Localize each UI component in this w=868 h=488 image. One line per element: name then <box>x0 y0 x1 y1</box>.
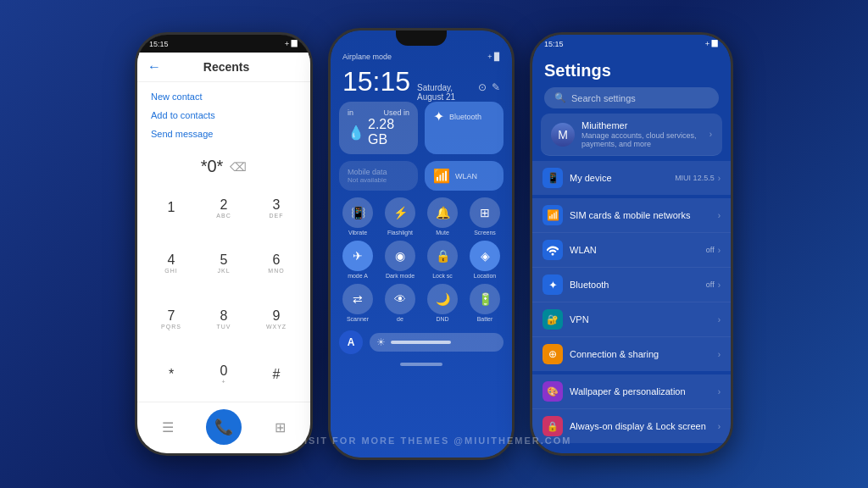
settings-group-network: 📶 SIM cards & mobile networks › WLAN off <box>532 198 731 371</box>
settings-header: Settings 🔍 Search settings <box>532 53 731 114</box>
avatar-letter: A <box>348 336 355 348</box>
my-device-name: My device <box>570 173 668 183</box>
vibrate-button[interactable]: 📳 Vibrate <box>339 197 376 236</box>
center-status-icons: + ▉ <box>487 53 500 61</box>
new-contact-button[interactable]: New contact <box>151 87 297 106</box>
data-usage-tile[interactable]: in Used in 💧 2.28 GB <box>339 102 418 154</box>
menu-icon[interactable]: ☰ <box>162 419 174 435</box>
settings-list: M Miuithemer Manage accounts, cloud serv… <box>532 114 731 453</box>
dialer-key-7[interactable]: 7 PQRS <box>146 292 197 347</box>
connection-sharing-name: Connection & sharing <box>570 349 711 359</box>
settings-group-1: 📱 My device MIUI 12.5.5 › <box>532 161 731 195</box>
search-icon: 🔍 <box>554 92 566 103</box>
dark-mode-button[interactable]: ◉ Dark mode <box>381 241 419 279</box>
wlan-value: off <box>706 246 715 254</box>
dialer-key-2[interactable]: 2 ABC <box>198 181 249 236</box>
cc-quick-buttons-row3: ⇄ Scanner 👁 de 🌙 DND 🔋 Batter <box>331 284 512 327</box>
settings-item-wallpaper[interactable]: 🎨 Wallpaper & personalization › <box>532 374 731 409</box>
dnd-button[interactable]: 🌙 DND <box>424 284 461 322</box>
call-button[interactable]: 📞 <box>206 409 242 445</box>
send-message-button[interactable]: Send message <box>151 125 297 143</box>
chevron-icon: › <box>718 211 721 220</box>
dialer-grid: 1 2 ABC 3 DEF 4 GHI 5 JKL <box>137 181 310 402</box>
flashlight-button[interactable]: ⚡ Flashlight <box>381 197 419 236</box>
settings-item-bluetooth[interactable]: ✦ Bluetooth off › <box>532 268 731 302</box>
dialer-key-0[interactable]: 0 + <box>198 348 249 402</box>
lock-icon: 🔒 <box>436 249 450 263</box>
my-device-value: MIUI 12.5.5 <box>675 174 715 182</box>
dnd-icon: 🌙 <box>436 292 450 306</box>
dialer-key-1[interactable]: 1 <box>146 181 197 236</box>
wlan-settings-icon <box>542 240 563 260</box>
reader-button[interactable]: 👁 de <box>381 284 419 322</box>
settings-item-wlan[interactable]: WLAN off › <box>532 233 731 268</box>
data-usage-label: in Used in <box>348 108 409 117</box>
add-to-contacts-button[interactable]: Add to contacts <box>151 106 297 125</box>
wlan-label: WLAN <box>455 172 477 180</box>
settings-title: Settings <box>544 61 719 80</box>
dialer-bottom-bar: ☰ 📞 ⊞ <box>137 402 310 453</box>
dialer-key-6[interactable]: 6 MNO <box>251 237 302 291</box>
mobile-data-tile[interactable]: Mobile data Not available <box>339 161 418 191</box>
battery-icon: 🔋 <box>478 292 492 306</box>
left-status-bar: 15:15 ＋▉ <box>137 35 310 53</box>
home-indicator <box>400 363 442 366</box>
dialer-key-4[interactable]: 4 GHI <box>146 237 197 291</box>
scanner-icon: ⇄ <box>353 292 363 306</box>
chevron-icon: › <box>718 350 721 359</box>
settings-item-my-device[interactable]: 📱 My device MIUI 12.5.5 › <box>532 161 731 195</box>
wlan-tile[interactable]: 📶 WLAN <box>425 161 504 191</box>
scanner-button[interactable]: ⇄ Scanner <box>339 284 376 322</box>
chevron-icon: › <box>718 246 721 255</box>
settings-item-vpn[interactable]: 🔐 VPN › <box>532 302 731 337</box>
dialer-key-star[interactable]: * <box>146 348 197 402</box>
account-name: Miuithemer <box>581 120 703 130</box>
mute-button[interactable]: 🔔 Mute <box>424 197 461 236</box>
dialer-key-hash[interactable]: # <box>251 348 302 402</box>
bluetooth-tile[interactable]: ✦ Bluetooth <box>425 102 504 154</box>
sim-name: SIM cards & mobile networks <box>570 210 711 220</box>
edit-icon[interactable]: ✎ <box>492 81 500 93</box>
right-status-bar: 15:15 ＋▉ <box>532 35 731 53</box>
user-avatar[interactable]: A <box>339 330 363 354</box>
location-button[interactable]: ◈ Location <box>466 241 504 279</box>
center-date: Saturday, August 21 <box>417 83 478 102</box>
reader-icon: 👁 <box>394 292 406 306</box>
recents-title: Recents <box>170 60 283 74</box>
bluetooth-value: off <box>706 280 715 289</box>
chevron-icon: › <box>718 422 721 431</box>
back-arrow-icon[interactable]: ← <box>147 59 161 75</box>
center-status-bar: Airplane mode + ▉ <box>331 49 512 64</box>
dialer-key-5[interactable]: 5 JKL <box>198 237 249 291</box>
water-drop-icon: 💧 <box>348 125 364 141</box>
vpn-icon: 🔐 <box>542 309 563 330</box>
left-status-icons: ＋▉ <box>283 38 298 49</box>
clock-icon[interactable]: ⊙ <box>478 81 487 93</box>
dialer-key-8[interactable]: 8 TUV <box>198 292 249 347</box>
brightness-slider[interactable]: ☀ <box>370 333 504 352</box>
cc-quick-buttons-row2: ✈ mode A ◉ Dark mode 🔒 Lock sc ◈ Locatio… <box>331 241 512 284</box>
screens-button[interactable]: ⊞ Screens <box>466 197 504 236</box>
dialer-key-3[interactable]: 3 DEF <box>251 181 302 236</box>
settings-search-bar[interactable]: 🔍 Search settings <box>544 87 719 108</box>
left-phone: 15:15 ＋▉ ← Recents New contact Add to co… <box>135 32 313 456</box>
settings-item-connection-sharing[interactable]: ⊕ Connection & sharing › <box>532 337 731 371</box>
battery-button[interactable]: 🔋 Batter <box>466 284 504 322</box>
settings-item-sim[interactable]: 📶 SIM cards & mobile networks › <box>532 198 731 233</box>
chevron-icon: › <box>718 280 721 290</box>
dialpad-icon[interactable]: ⊞ <box>275 419 286 435</box>
sim-icon: 📶 <box>542 205 563 225</box>
airplane-button[interactable]: ✈ mode A <box>339 241 376 279</box>
lock-screen-button[interactable]: 🔒 Lock sc <box>424 241 461 279</box>
vpn-name: VPN <box>570 314 711 324</box>
dialer-key-9[interactable]: 9 WXYZ <box>251 292 302 347</box>
chevron-icon: › <box>718 387 721 396</box>
dark-mode-icon: ◉ <box>395 249 405 263</box>
center-screen: Airplane mode + ▉ 15:15 Saturday, August… <box>331 30 512 458</box>
right-phone: 15:15 ＋▉ Settings 🔍 Search settings M Mi… <box>530 32 733 456</box>
call-icon: 📞 <box>214 418 233 436</box>
backspace-icon[interactable]: ⌫ <box>230 160 247 174</box>
settings-item-account[interactable]: M Miuithemer Manage accounts, cloud serv… <box>541 114 722 156</box>
settings-item-aod[interactable]: 🔒 Always-on display & Lock screen › <box>532 409 731 443</box>
notch-pill <box>396 30 447 46</box>
